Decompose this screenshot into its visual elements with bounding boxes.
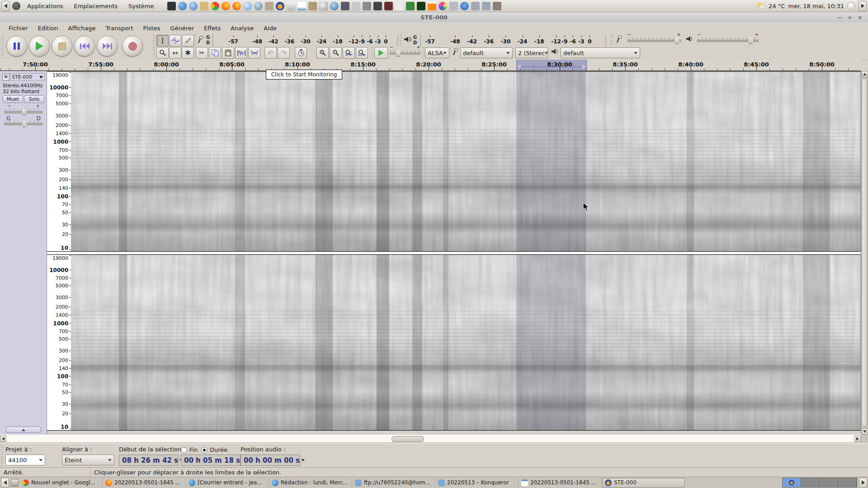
tablet-pen-icon[interactable] xyxy=(482,2,491,10)
thunderbird-icon[interactable] xyxy=(178,2,187,10)
video-editor-icon[interactable] xyxy=(341,2,349,10)
skip-to-end-button[interactable] xyxy=(97,36,118,56)
tools-icon[interactable] xyxy=(449,2,458,10)
record-meter[interactable]: GD -57-48-42-36-30-24-18-12-9-6-30 xyxy=(197,34,398,47)
playback-speed-slider[interactable]: −+ xyxy=(390,48,420,56)
google-earth-icon[interactable] xyxy=(254,2,263,10)
menu-generer[interactable]: Générer xyxy=(165,23,199,33)
device-grip[interactable] xyxy=(422,47,425,59)
project-rate-combo[interactable]: 44100 xyxy=(5,455,45,465)
snap-to-combo[interactable]: Éteint xyxy=(62,455,114,465)
copy-button[interactable] xyxy=(209,47,221,59)
power-switch-icon[interactable] xyxy=(395,2,404,10)
menu-applications[interactable]: Applications xyxy=(23,1,67,11)
trim-button[interactable] xyxy=(235,47,247,59)
panel-clock[interactable]: mer. 18 mai, 10:31 xyxy=(788,3,844,9)
track-collapse-button[interactable] xyxy=(6,427,41,433)
selection-duration-field[interactable]: 00 h 05 m 18 s xyxy=(181,455,241,466)
radio-end[interactable]: Fin xyxy=(181,446,198,453)
epiphany-icon[interactable] xyxy=(243,2,252,10)
screen-monitor-icon[interactable] xyxy=(373,2,382,10)
frequency-ruler-left[interactable]: 1900010000700050003000200014001000700500… xyxy=(47,72,71,251)
track-pan-slider[interactable]: GD xyxy=(5,119,42,127)
fit-selection-button[interactable] xyxy=(343,47,355,59)
scroll-up-button[interactable] xyxy=(862,71,868,77)
window-titlebar[interactable]: STE-000 ‒ + × xyxy=(0,12,868,23)
audio-position-field[interactable]: 00 h 00 m 00 s xyxy=(241,455,300,466)
mute-button[interactable]: Muet xyxy=(3,95,23,103)
packer-icon[interactable] xyxy=(265,2,274,10)
transport-grip[interactable] xyxy=(1,35,4,58)
workspace-3[interactable] xyxy=(820,478,838,487)
menu-systeme[interactable]: Système xyxy=(124,1,158,11)
track-title-menu[interactable]: STE-000 xyxy=(10,73,45,80)
weather-icon[interactable] xyxy=(757,3,765,9)
task-button[interactable]: Rédaction : lundi, Merc... xyxy=(270,478,352,488)
silence-button[interactable] xyxy=(248,47,260,59)
magnifier-icon[interactable] xyxy=(319,2,328,10)
output-volume-slider[interactable]: −+ xyxy=(697,36,759,44)
firefox-aurora-icon[interactable] xyxy=(232,2,241,10)
radio-end-dot[interactable] xyxy=(181,447,187,453)
taskbar-hide-left-button[interactable] xyxy=(1,478,9,488)
timeline-ruler[interactable]: 7:50:007:55:008:00:008:05:008:10:008:15:… xyxy=(0,60,861,71)
task-button[interactable]: 20220513 – Konqueror xyxy=(436,478,519,488)
task-button[interactable]: STE-000 xyxy=(603,478,685,488)
solo-button[interactable]: Solo xyxy=(24,95,44,103)
input-device-combo[interactable]: default xyxy=(460,47,513,58)
fit-project-button[interactable] xyxy=(356,47,368,59)
paste-button[interactable] xyxy=(222,47,234,59)
time-shift-tool-button[interactable]: ↔ xyxy=(169,47,181,59)
vertical-scrollbar-thumb[interactable] xyxy=(862,78,868,427)
chrome-icon[interactable] xyxy=(211,2,219,10)
frequency-ruler-right[interactable]: 1900010000700050003000200014001000700500… xyxy=(47,255,71,430)
media-player-icon[interactable] xyxy=(330,2,339,10)
sync-lock-button[interactable] xyxy=(295,47,307,59)
selection-toolbar-grip[interactable] xyxy=(1,445,3,466)
input-channels-combo[interactable]: 2 (Sterec xyxy=(515,47,548,58)
radio-duration-dot[interactable] xyxy=(201,447,208,453)
transcription-grip[interactable] xyxy=(371,47,373,59)
task-button[interactable]: [Courrier entrant - jea... xyxy=(187,478,269,488)
volume-icon[interactable] xyxy=(471,2,480,10)
user-switcher-icon[interactable] xyxy=(847,2,855,10)
spectrogram-right[interactable] xyxy=(71,255,861,430)
menu-pistes[interactable]: Pistes xyxy=(138,23,165,33)
redo-button[interactable]: ↷ xyxy=(278,47,290,59)
menu-aide[interactable]: Aide xyxy=(259,23,282,33)
vlc-icon[interactable] xyxy=(428,2,436,10)
screen-recorder-icon[interactable] xyxy=(406,2,415,10)
output-device-combo[interactable]: default xyxy=(561,47,640,58)
terminal-icon[interactable] xyxy=(167,2,176,10)
menu-affichage[interactable]: Affichage xyxy=(63,23,100,33)
capture-tool-icon[interactable] xyxy=(11,479,19,487)
audacity-icon[interactable] xyxy=(276,2,284,10)
accessibility-icon[interactable] xyxy=(460,2,469,10)
gimp-icon[interactable] xyxy=(493,2,501,10)
text-editor-icon[interactable] xyxy=(287,2,295,10)
menu-fichier[interactable]: Fichier xyxy=(4,23,33,33)
play-meter-grip[interactable] xyxy=(400,35,402,46)
spinner-icon[interactable] xyxy=(301,459,305,463)
stop-button[interactable] xyxy=(52,36,72,56)
envelope-tool-button[interactable] xyxy=(169,35,181,47)
horizontal-scrollbar[interactable] xyxy=(0,435,861,443)
menu-analyse[interactable]: Analyse xyxy=(226,23,259,33)
menu-effets[interactable]: Effets xyxy=(199,23,226,33)
audio-host-combo[interactable]: ALSA xyxy=(425,47,449,58)
monitoring-tooltip[interactable]: Click to Start Monitoring xyxy=(266,70,342,80)
input-volume-slider[interactable]: −+ xyxy=(627,36,681,44)
maximize-button[interactable]: + xyxy=(847,14,852,21)
close-button[interactable]: × xyxy=(858,14,863,21)
record-button[interactable] xyxy=(122,36,143,56)
vertical-scrollbar[interactable] xyxy=(861,71,868,435)
menu-emplacements[interactable]: Emplacements xyxy=(70,1,122,11)
play-at-speed-button[interactable] xyxy=(374,47,388,59)
workspace-1[interactable] xyxy=(783,478,801,487)
zoom-out-button[interactable] xyxy=(330,47,342,59)
multi-tool-button[interactable]: ✱ xyxy=(182,47,194,59)
horizontal-scrollbar-thumb[interactable] xyxy=(392,436,424,442)
tools-grip[interactable] xyxy=(153,35,155,59)
office-doc-icon[interactable] xyxy=(297,2,306,10)
play-meter-scale[interactable]: -57-48-42-36-30-24-18-12-9-6-30 xyxy=(420,34,606,47)
